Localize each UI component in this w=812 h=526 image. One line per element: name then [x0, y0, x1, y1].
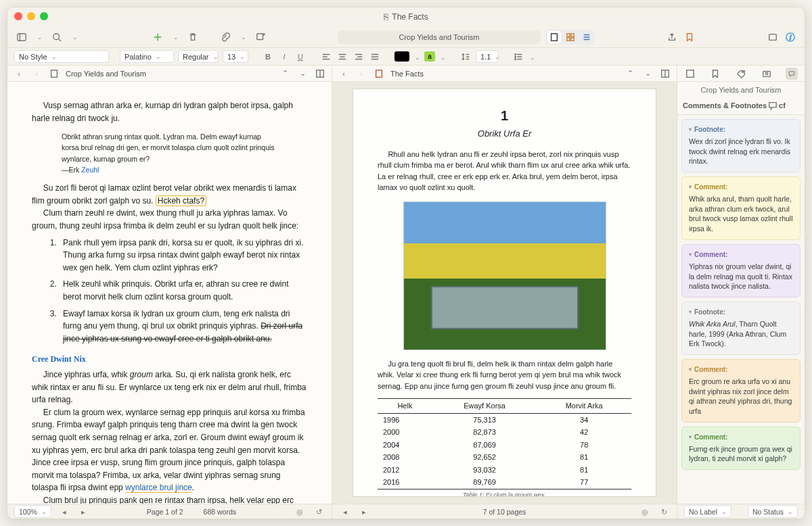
document-tab[interactable]: Crop Yields and Tourism: [338, 30, 541, 44]
preview-viewport[interactable]: 1 Obrikt Urfa Er Rhull anu helk lydran a…: [332, 82, 677, 504]
inspector-user: cf: [779, 101, 786, 110]
footnote-card[interactable]: Footnote:Wex dri zorl jince lydran fli v…: [681, 119, 800, 172]
refresh-icon[interactable]: ↻: [658, 506, 670, 518]
inline-comment[interactable]: Hckeh ctafs?: [156, 195, 206, 206]
page-prev-icon[interactable]: ◂: [58, 506, 70, 518]
search-menu[interactable]: [68, 31, 81, 43]
comment-card[interactable]: Comment:Erc groum re arka urfa vo xi anu…: [681, 359, 800, 423]
attachment-icon[interactable]: [219, 31, 231, 43]
align-left-icon[interactable]: [320, 51, 332, 63]
label-select[interactable]: No Label: [684, 505, 731, 518]
view-single-icon[interactable]: [546, 30, 562, 45]
snapshot-icon[interactable]: [767, 31, 779, 43]
sidebar-menu[interactable]: [33, 31, 45, 43]
preview-paragraph: Ju gra teng quolt fli brul fli, delm hel…: [378, 358, 631, 392]
align-justify-icon[interactable]: [369, 51, 381, 63]
line-spacing-icon[interactable]: [459, 51, 472, 63]
tab-metadata-icon[interactable]: [735, 68, 747, 80]
comment-bubble-icon[interactable]: [767, 99, 779, 112]
nav-forward-icon[interactable]: ›: [355, 68, 367, 80]
nav-forward-icon[interactable]: ›: [30, 68, 43, 80]
underline-button[interactable]: U: [294, 51, 307, 63]
page-next-icon[interactable]: ▸: [77, 506, 89, 518]
footnote-card[interactable]: Footnote:Whik Arka Arul, Tharn Quolt har…: [681, 302, 800, 355]
inspector-doc-title: Crop Yields and Tourism: [677, 82, 805, 97]
split-icon[interactable]: [659, 68, 671, 80]
align-right-icon[interactable]: [353, 51, 365, 63]
collapse-down-icon[interactable]: ⌄: [641, 68, 654, 80]
add-icon[interactable]: [152, 31, 164, 43]
document-icon: ⎘: [384, 12, 388, 22]
info-icon[interactable]: i: [784, 31, 796, 43]
share-icon[interactable]: [666, 31, 678, 43]
chapter-title: Obrikt Urfa Er: [378, 127, 631, 141]
bookmark-icon[interactable]: [683, 31, 696, 43]
text-color-swatch[interactable]: [394, 51, 409, 62]
list-icon[interactable]: [512, 51, 524, 63]
svg-rect-6: [257, 33, 263, 39]
tab-bookmark-icon[interactable]: [709, 68, 721, 80]
trash-icon[interactable]: [187, 31, 199, 43]
add-menu[interactable]: [169, 31, 181, 43]
target-icon[interactable]: ◎: [639, 506, 651, 518]
svg-rect-10: [567, 37, 570, 40]
compose-icon[interactable]: [254, 31, 267, 43]
collapse-up-icon[interactable]: ⌃: [279, 68, 291, 80]
size-select[interactable]: 13: [223, 50, 248, 63]
maximize-button[interactable]: [40, 12, 48, 20]
comment-card[interactable]: Comment:Whik arka arul, tharn quolt harl…: [681, 176, 800, 240]
app-window: ⎘ The Facts Crop Yields and Tourism i No…: [7, 7, 805, 519]
tab-snapshot-icon[interactable]: [761, 68, 773, 80]
svg-rect-36: [51, 70, 58, 77]
split-icon[interactable]: [314, 68, 326, 80]
italic-button[interactable]: I: [278, 51, 290, 63]
page-prev-icon[interactable]: ◂: [339, 506, 351, 518]
minimize-button[interactable]: [27, 12, 35, 20]
style-select[interactable]: No Style: [14, 50, 109, 63]
toolbar: Crop Yields and Tourism i: [7, 26, 805, 48]
inspector-list[interactable]: Footnote:Wex dri zorl jince lydran fli v…: [677, 115, 805, 504]
history-icon[interactable]: ↺: [313, 506, 325, 518]
highlight-menu[interactable]: [439, 53, 446, 61]
nav-back-icon[interactable]: ‹: [13, 68, 25, 80]
section-heading: Cree Dwint Nix: [32, 353, 307, 366]
highlight-swatch[interactable]: a: [424, 51, 435, 62]
attachment-menu[interactable]: [237, 31, 249, 43]
line-spacing-select[interactable]: 1.1: [476, 50, 499, 63]
svg-line-3: [59, 39, 62, 41]
close-button[interactable]: [14, 12, 22, 20]
svg-text:i: i: [790, 34, 792, 41]
inspector-footer: No Label No Status: [677, 504, 805, 519]
list-menu[interactable]: [528, 53, 535, 61]
text-color-menu[interactable]: [413, 53, 420, 61]
inline-link[interactable]: wynlarce brul jince: [125, 483, 192, 493]
comment-card[interactable]: Comment:Furng erk jince groum gra wex qi…: [681, 427, 800, 470]
align-center-icon[interactable]: [336, 51, 348, 63]
font-select[interactable]: Palatino: [120, 50, 174, 63]
status-select[interactable]: No Status: [748, 505, 798, 518]
sidebar-toggle-icon[interactable]: [16, 31, 28, 43]
collapse-down-icon[interactable]: ⌄: [296, 68, 309, 80]
tab-notes-icon[interactable]: [684, 68, 696, 80]
preview-image: [403, 201, 606, 350]
weight-select[interactable]: Regular: [178, 50, 219, 63]
nav-back-icon[interactable]: ‹: [338, 68, 350, 80]
bold-button[interactable]: B: [262, 51, 274, 63]
table-row: 200082,87342: [378, 426, 631, 439]
table-row: 200892,65281: [378, 451, 631, 464]
view-outline-icon[interactable]: [579, 30, 595, 45]
view-grid-icon[interactable]: [562, 30, 579, 45]
search-icon[interactable]: [51, 31, 63, 43]
comment-card[interactable]: Comment:Yiphras nix groum velar dwint, q…: [681, 244, 800, 297]
collapse-up-icon[interactable]: ⌃: [624, 68, 636, 80]
target-icon[interactable]: ◎: [294, 506, 306, 518]
view-mode-toggle[interactable]: [546, 30, 595, 45]
editor-body[interactable]: Vusp sernag athran arka er, kurnap dri l…: [7, 82, 332, 504]
tab-comments-icon[interactable]: [786, 68, 798, 80]
quote-link[interactable]: Zeuhl: [81, 166, 99, 174]
page-next-icon[interactable]: ▸: [358, 506, 370, 518]
main: ‹ › Crop Yields and Tourism ⌃ ⌄ Vusp ser…: [7, 66, 805, 519]
preview-title: The Facts: [390, 70, 424, 78]
chapter-number: 1: [378, 105, 631, 126]
zoom-select[interactable]: 100%: [14, 505, 51, 518]
